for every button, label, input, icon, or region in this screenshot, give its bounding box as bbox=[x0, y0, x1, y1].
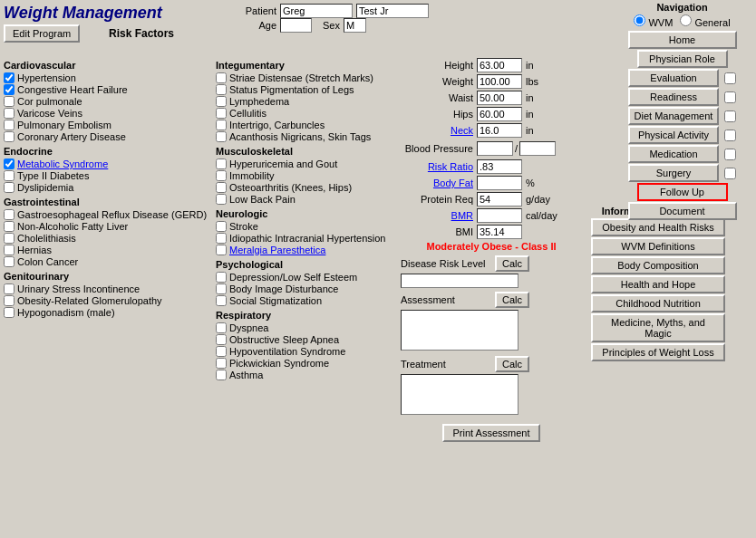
info-health-hope-button[interactable]: Health and Hope bbox=[591, 275, 725, 293]
hypogonadism-checkbox[interactable] bbox=[4, 307, 15, 318]
risk-ratio-link[interactable]: Risk Ratio bbox=[401, 161, 473, 172]
wvm-radio[interactable] bbox=[634, 14, 645, 26]
info-obesity-health-button[interactable]: Obesity and Health Risks bbox=[591, 218, 725, 236]
neck-input[interactable] bbox=[477, 123, 522, 138]
bmr-link[interactable]: BMR bbox=[401, 210, 473, 221]
nav-surgery-checkbox[interactable] bbox=[724, 168, 736, 179]
nav-readiness-button[interactable]: Readiness bbox=[628, 88, 719, 106]
assessment-calc-button[interactable]: Calc bbox=[495, 292, 529, 308]
cholelithiasis-checkbox[interactable] bbox=[4, 233, 15, 244]
dyspnea-checkbox[interactable] bbox=[216, 322, 227, 333]
info-wvm-definitions-button[interactable]: WVM Definitions bbox=[591, 237, 725, 255]
depression-checkbox[interactable] bbox=[216, 272, 227, 283]
colon-cancer-checkbox[interactable] bbox=[4, 256, 15, 267]
info-principles-button[interactable]: Principles of Weight Loss bbox=[591, 343, 725, 361]
list-item: Cor pulmonale bbox=[4, 96, 212, 107]
fatty-liver-checkbox[interactable] bbox=[4, 221, 15, 232]
gerd-checkbox[interactable] bbox=[4, 209, 15, 220]
bmi-input[interactable] bbox=[477, 225, 522, 239]
pulmonary-embolism-checkbox[interactable] bbox=[4, 120, 15, 130]
hernias-checkbox[interactable] bbox=[4, 245, 15, 255]
urinary-stress-checkbox[interactable] bbox=[4, 283, 15, 294]
hypoventilation-checkbox[interactable] bbox=[216, 346, 227, 357]
cellulitis-checkbox[interactable] bbox=[216, 108, 227, 119]
patient-age[interactable] bbox=[280, 18, 312, 33]
protein-req-input[interactable] bbox=[477, 192, 522, 207]
osteoarthritis-checkbox[interactable] bbox=[216, 182, 227, 193]
print-assessment-button[interactable]: Print Assessment bbox=[442, 424, 541, 442]
patient-first-name[interactable] bbox=[280, 4, 353, 18]
risk-calc-button[interactable]: Calc bbox=[495, 255, 529, 272]
metabolic-syndrome-link[interactable]: Metabolic Syndrome bbox=[17, 159, 108, 169]
nav-medication-checkbox[interactable] bbox=[724, 149, 736, 160]
nav-home-button[interactable]: Home bbox=[628, 31, 737, 49]
dyslipidemia-checkbox[interactable] bbox=[4, 182, 15, 193]
bmr-input[interactable] bbox=[477, 208, 522, 223]
general-radio[interactable] bbox=[680, 14, 692, 26]
body-fat-input[interactable] bbox=[477, 176, 522, 190]
info-body-composition-button[interactable]: Body Composition bbox=[591, 256, 725, 274]
nav-evaluation-checkbox[interactable] bbox=[724, 72, 736, 84]
meralgia-link[interactable]: Meralgia Paresthetica bbox=[229, 245, 325, 255]
neck-link[interactable]: Neck bbox=[401, 125, 473, 136]
immobility-checkbox[interactable] bbox=[216, 170, 227, 181]
list-item: Hernias bbox=[4, 245, 212, 255]
nav-followup-button[interactable]: Follow Up bbox=[637, 183, 728, 201]
nav-evaluation-button[interactable]: Evaluation bbox=[628, 69, 719, 87]
pickwickian-checkbox[interactable] bbox=[216, 358, 227, 369]
risk-ratio-input[interactable] bbox=[477, 159, 522, 174]
asthma-checkbox[interactable] bbox=[216, 370, 227, 380]
body-image-checkbox[interactable] bbox=[216, 283, 227, 294]
hypertension-checkbox[interactable] bbox=[4, 72, 15, 83]
treatment-calc-button[interactable]: Calc bbox=[495, 356, 529, 372]
patient-sex[interactable] bbox=[344, 18, 366, 33]
chf-checkbox[interactable] bbox=[4, 84, 15, 95]
wvm-radio-label[interactable]: WVM bbox=[634, 14, 673, 28]
gout-checkbox[interactable] bbox=[216, 159, 227, 169]
bp-systolic-input[interactable] bbox=[477, 141, 513, 156]
bp-diastolic-input[interactable] bbox=[519, 141, 556, 156]
cor-pulmonale-checkbox[interactable] bbox=[4, 96, 15, 107]
info-medicine-myths-button[interactable]: Medicine, Myths, and Magic bbox=[591, 313, 725, 342]
striae-checkbox[interactable] bbox=[216, 72, 227, 83]
list-item: Intertrigo, Carbuncles bbox=[216, 120, 397, 130]
hips-input[interactable] bbox=[477, 107, 522, 121]
nav-diet-button[interactable]: Diet Management bbox=[628, 107, 719, 125]
social-stigma-checkbox[interactable] bbox=[216, 295, 227, 306]
intracranial-checkbox[interactable] bbox=[216, 233, 227, 244]
patient-last-name[interactable] bbox=[356, 4, 429, 18]
edit-program-button[interactable]: Edit Program bbox=[4, 24, 80, 43]
info-childhood-nutrition-button[interactable]: Childhood Nutrition bbox=[591, 294, 725, 312]
status-pig-checkbox[interactable] bbox=[216, 84, 227, 95]
stroke-checkbox[interactable] bbox=[216, 221, 227, 232]
disease-risk-row: Disease Risk Level Calc bbox=[401, 255, 582, 272]
nav-physician-button[interactable]: Physician Role bbox=[637, 50, 728, 68]
meralgia-checkbox[interactable] bbox=[216, 245, 227, 255]
nav-surgery-button[interactable]: Surgery bbox=[628, 164, 719, 182]
nav-diet-checkbox[interactable] bbox=[724, 110, 736, 122]
general-radio-label[interactable]: General bbox=[680, 14, 730, 28]
nav-readiness-checkbox[interactable] bbox=[724, 91, 736, 103]
low-back-pain-checkbox[interactable] bbox=[216, 194, 227, 205]
lymphedema-checkbox[interactable] bbox=[216, 96, 227, 107]
nav-document-button[interactable]: Document bbox=[628, 202, 737, 220]
acanthosis-checkbox[interactable] bbox=[216, 131, 227, 142]
glomerulopathy-checkbox[interactable] bbox=[4, 295, 15, 306]
waist-input[interactable] bbox=[477, 91, 522, 105]
patient-label: Patient bbox=[245, 5, 276, 16]
metabolic-syndrome-checkbox[interactable] bbox=[4, 159, 15, 169]
nav-physical-button[interactable]: Physical Activity bbox=[628, 126, 719, 144]
nav-physical-checkbox[interactable] bbox=[724, 130, 736, 141]
intertrigo-checkbox[interactable] bbox=[216, 120, 227, 130]
sleep-apnea-checkbox[interactable] bbox=[216, 334, 227, 345]
nav-medication-button[interactable]: Medication bbox=[628, 145, 719, 163]
assessment-textarea[interactable] bbox=[401, 310, 519, 351]
coronary-artery-checkbox[interactable] bbox=[4, 131, 15, 142]
type2-diabetes-checkbox[interactable] bbox=[4, 170, 15, 181]
height-input[interactable] bbox=[477, 58, 522, 72]
weight-input[interactable] bbox=[477, 74, 522, 89]
treatment-textarea[interactable] bbox=[401, 374, 519, 415]
disease-risk-input[interactable] bbox=[401, 274, 519, 288]
varicose-veins-checkbox[interactable] bbox=[4, 108, 15, 119]
body-fat-link[interactable]: Body Fat bbox=[401, 178, 473, 188]
